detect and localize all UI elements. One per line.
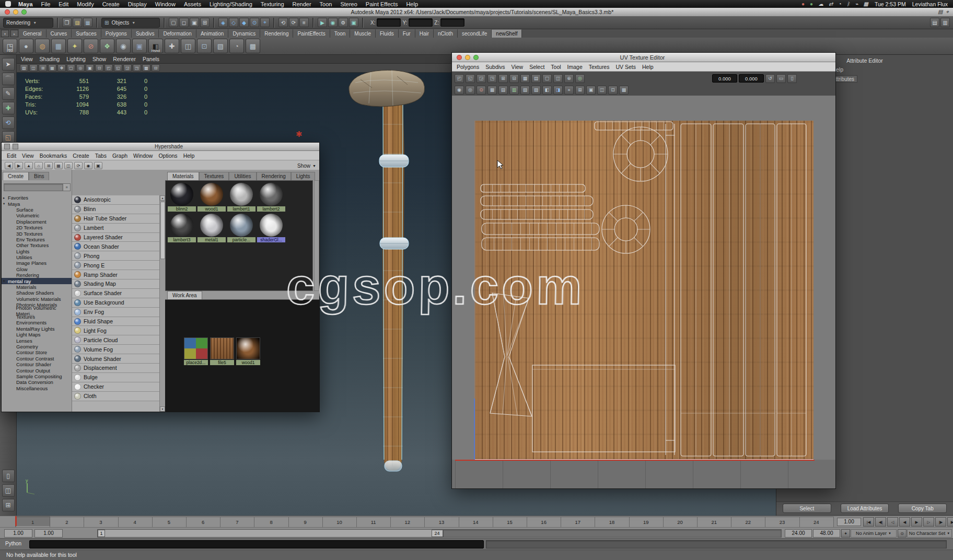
uv-toolbar-icon[interactable]: ◎ [575, 74, 585, 83]
snap-icon[interactable]: ⊙ [250, 18, 259, 27]
category-item[interactable]: Volumetric Materials [2, 296, 72, 302]
menu-set-dropdown[interactable]: Rendering▼ [3, 18, 53, 28]
shelf-tool-button[interactable]: ◍ [35, 39, 50, 53]
category-item[interactable]: Sample Compositing [2, 374, 72, 379]
anim-start-field[interactable]: 1.00 [4, 529, 32, 538]
panel-toolbar-icon[interactable]: ◫ [29, 64, 38, 72]
history-icon[interactable]: ⟲ [278, 18, 288, 27]
frame-number[interactable]: 5 [152, 517, 186, 527]
character-set-dropdown[interactable]: No Character Set▼ [907, 529, 952, 538]
close-icon[interactable] [4, 144, 10, 149]
command-input[interactable] [29, 540, 484, 549]
panel-toolbar-icon[interactable]: ▧ [20, 64, 28, 72]
panel-menu-item[interactable]: Renderer [113, 56, 136, 62]
panel-toolbar-icon[interactable]: ▦ [48, 64, 56, 72]
zoom-icon[interactable] [473, 55, 479, 60]
shelf-tab[interactable]: Fur [399, 29, 415, 38]
file-icon[interactable]: ❐ [62, 18, 72, 27]
category-item[interactable]: Geometry [2, 344, 72, 349]
panel-toolbar-icon[interactable]: ⊟ [152, 64, 160, 72]
divider[interactable] [312, 18, 314, 28]
user-menu[interactable]: Leviathan Flux [912, 1, 948, 7]
uv-toolbar-icon[interactable]: ▥ [509, 86, 519, 95]
frame-number[interactable]: 3 [84, 517, 118, 527]
node-type-item[interactable]: Bulge [72, 373, 159, 382]
uv-editor-menu-item[interactable]: Polygons [457, 64, 479, 70]
node-type-item[interactable]: Volume Shader [72, 354, 159, 364]
grid-toggle-icon[interactable]: ⌖ [946, 9, 949, 15]
panel-menu-item[interactable]: Panels [143, 56, 159, 62]
hypershade-menu-item[interactable]: Edit [7, 153, 16, 159]
panel-toolbar-icon[interactable]: ▢ [67, 64, 75, 72]
render-icon[interactable]: ◉ [328, 18, 338, 27]
node-type-item[interactable]: Light Fog [72, 326, 159, 335]
frame-number[interactable]: 16 [527, 517, 561, 527]
category-item[interactable]: Other Textures [2, 242, 72, 248]
macos-menu-item[interactable]: File [41, 1, 51, 7]
create-options-icon[interactable]: ≡ [63, 183, 71, 191]
category-item[interactable]: 3D Textures [2, 230, 72, 236]
category-item[interactable]: Contour Shader [2, 361, 72, 367]
status-icon[interactable]: ▦ [864, 1, 868, 7]
category-item[interactable]: 2D Textures [2, 225, 72, 230]
category-item[interactable]: Volumetric [2, 213, 72, 218]
hypershade-toolbar-icon[interactable]: ◉ [84, 162, 92, 169]
tool-icon[interactable]: ⟲ [2, 116, 15, 129]
shelf-tab[interactable]: Toon [330, 29, 351, 38]
work-area-tab[interactable]: Work Area [167, 291, 202, 299]
shelf-tool-button[interactable]: ▧ [213, 39, 228, 53]
frame-number[interactable]: 21 [697, 517, 731, 527]
macos-menu-item[interactable]: Maya [18, 1, 33, 7]
shelf-tool-button[interactable]: ◫ [181, 39, 195, 53]
current-time-marker[interactable] [15, 516, 50, 526]
anim-layer-dropdown[interactable]: No Anim Layer▼ [851, 529, 897, 538]
playback-button[interactable]: ◀ [899, 517, 910, 527]
category-item[interactable]: Surface [2, 207, 72, 213]
uv-editor-menu-item[interactable]: Subdivs [485, 64, 505, 70]
file-icon[interactable]: ▨ [73, 18, 82, 27]
uv-toolbar-icon[interactable]: ◲ [476, 74, 486, 83]
shelf-tab[interactable]: Surfaces [72, 29, 101, 38]
status-icon[interactable]: ● [810, 1, 813, 7]
material-swatch[interactable]: metal1 [197, 213, 226, 243]
node-type-item[interactable]: Blinn [72, 205, 159, 214]
frame-number[interactable]: 15 [493, 517, 527, 527]
category-item[interactable]: Lenses [2, 337, 72, 343]
scroll-up-icon[interactable]: ▲ [160, 195, 165, 201]
shelf-tab[interactable]: Polygons [101, 29, 132, 38]
panel-menu-item[interactable]: Shading [40, 56, 60, 62]
playback-button[interactable]: ◁ [887, 517, 898, 527]
playback-button[interactable]: |▶ [935, 517, 946, 527]
macos-menu-item[interactable]: Paint Effects [366, 1, 398, 7]
shelf-tab[interactable]: Deformation [159, 29, 196, 38]
status-icon[interactable]: ◔ [838, 1, 841, 7]
hypershade-browser-tab[interactable]: Materials [167, 172, 199, 180]
hypershade-menu-item[interactable]: Tabs [95, 153, 107, 159]
history-icon[interactable]: ⟳ [289, 18, 298, 27]
frame-number[interactable]: 19 [629, 517, 663, 527]
uv-toolbar-icon[interactable]: ⊞ [575, 86, 585, 95]
minimize-icon[interactable] [465, 55, 470, 60]
material-swatch[interactable]: shaderGl... [257, 213, 286, 243]
layout-icon[interactable]: ⊞ [2, 499, 15, 511]
render-icon[interactable]: ▣ [349, 18, 358, 27]
shelf-tab[interactable]: Subdivs [132, 29, 159, 38]
category-item[interactable]: Light Maps [2, 332, 72, 337]
frame-number[interactable]: 12 [390, 517, 424, 527]
frame-number[interactable]: 8 [254, 517, 288, 527]
hypershade-toolbar-icon[interactable]: ⌂ [34, 162, 43, 169]
uv-editor-menu-item[interactable]: Image [567, 64, 583, 70]
uv-toolbar-icon[interactable]: ▢ [542, 74, 552, 83]
panel-toolbar-icon[interactable]: ▩ [142, 64, 150, 72]
macos-menu-item[interactable]: Modify [77, 1, 94, 7]
macos-menu-item[interactable]: Display [128, 1, 147, 7]
material-swatch[interactable]: blinn2 [167, 182, 196, 213]
hypershade-menu-item[interactable]: Graph [112, 153, 127, 159]
category-item[interactable]: Contour Output [2, 367, 72, 373]
node-type-item[interactable]: Cloth [72, 392, 159, 401]
uv-toolbar-icon[interactable]: ◫ [597, 86, 607, 95]
shelf-tool-button[interactable]: ❖ [100, 39, 114, 53]
material-swatch[interactable]: wood1 [197, 182, 226, 213]
hypershade-menu-item[interactable]: Options [158, 153, 177, 159]
node-type-item[interactable]: Use Background [72, 298, 159, 308]
